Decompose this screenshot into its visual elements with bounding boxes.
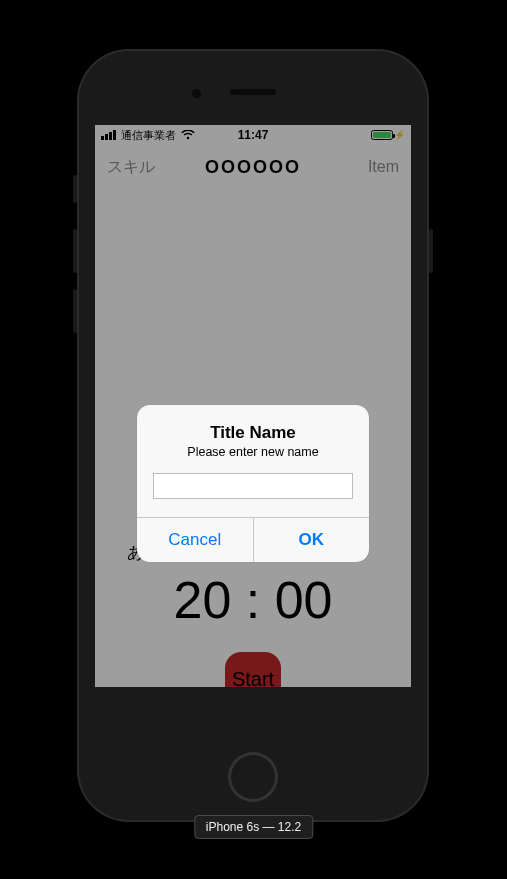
- screen: 通信事業者 11:47 ⚡ スキル OOOOOO Item あと 20 : 00…: [95, 125, 411, 687]
- home-button[interactable]: [228, 752, 278, 802]
- alert-body: Title Name Please enter new name: [137, 405, 369, 517]
- phone-frame: 通信事業者 11:47 ⚡ スキル OOOOOO Item あと 20 : 00…: [77, 49, 429, 822]
- ok-button[interactable]: OK: [253, 518, 370, 562]
- speaker-grille: [230, 89, 276, 95]
- alert-buttons: Cancel OK: [137, 517, 369, 562]
- alert-message: Please enter new name: [153, 445, 353, 459]
- alert-dialog: Title Name Please enter new name Cancel …: [137, 405, 369, 562]
- front-camera: [192, 89, 201, 98]
- volume-down-button: [73, 289, 77, 333]
- cancel-button[interactable]: Cancel: [137, 518, 253, 562]
- device-label: iPhone 6s — 12.2: [194, 815, 313, 839]
- power-button: [429, 229, 433, 273]
- alert-title: Title Name: [153, 423, 353, 443]
- volume-up-button: [73, 229, 77, 273]
- alert-text-input[interactable]: [153, 473, 353, 499]
- mute-switch: [73, 175, 77, 203]
